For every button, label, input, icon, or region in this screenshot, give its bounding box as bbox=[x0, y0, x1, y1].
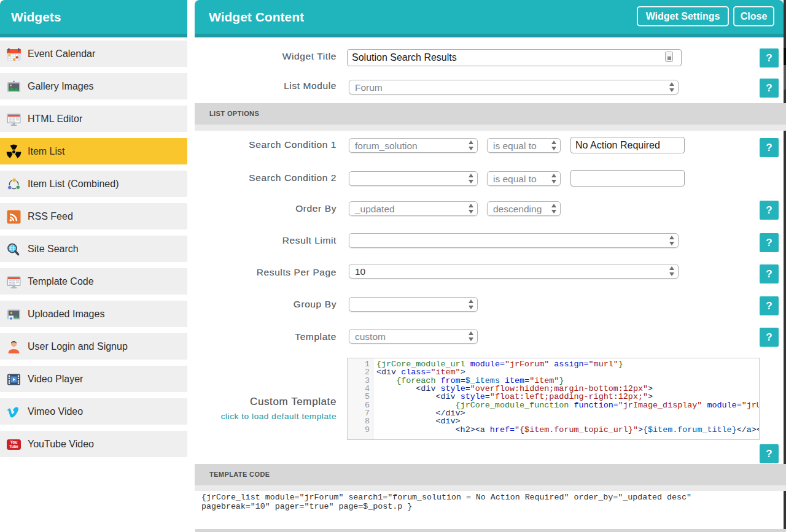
svg-text:You: You bbox=[10, 440, 18, 444]
svg-text:Tube: Tube bbox=[9, 444, 18, 449]
